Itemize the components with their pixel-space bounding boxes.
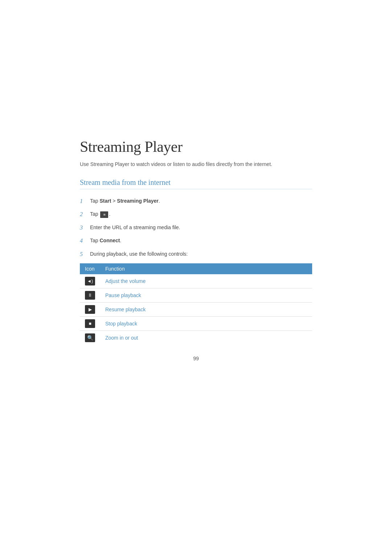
table-row: ▶ Resume playback	[80, 302, 312, 316]
table-row: 🔍 Zoom in or out	[80, 331, 312, 345]
function-cell-play: Resume playback	[100, 302, 312, 316]
step1-streaming-player: Streaming Player	[117, 198, 158, 204]
step-text-4: Tap Connect.	[90, 237, 121, 244]
step-number-5: 5	[80, 250, 88, 258]
step-number-1: 1	[80, 197, 88, 205]
step4-connect: Connect	[99, 238, 120, 243]
step-number-2: 2	[80, 210, 88, 218]
icon-cell-stop: ■	[80, 316, 100, 331]
table-row: II Pause playback	[80, 288, 312, 302]
function-cell-stop: Stop playback	[100, 316, 312, 331]
page-number: 99	[80, 356, 312, 361]
table-header-function: Function	[100, 263, 312, 274]
table-header-row: Icon Function	[80, 263, 312, 274]
steps-list: 1 Tap Start > Streaming Player. 2 Tap ≡.…	[80, 197, 312, 258]
step1-start: Start	[99, 198, 111, 204]
play-icon: ▶	[85, 305, 95, 314]
icon-cell-zoom: 🔍	[80, 331, 100, 345]
icon-cell-volume: ◄)	[80, 274, 100, 288]
stop-icon: ■	[85, 319, 95, 328]
step-text-3: Enter the URL of a streaming media file.	[90, 224, 180, 231]
function-cell-volume: Adjust the volume	[100, 274, 312, 288]
step2-icon: ≡	[100, 211, 108, 218]
table-row: ■ Stop playback	[80, 316, 312, 331]
function-cell-pause: Pause playback	[100, 288, 312, 302]
step-number-3: 3	[80, 224, 88, 232]
step-4: 4 Tap Connect.	[80, 237, 312, 245]
step-text-2: Tap ≡.	[90, 210, 110, 218]
step-text-5: During playback, use the following contr…	[90, 250, 188, 258]
step-text-1: Tap Start > Streaming Player.	[90, 197, 160, 205]
page-title: Streaming Player	[80, 138, 312, 155]
table-body: ◄) Adjust the volume II Pause playback ▶…	[80, 274, 312, 345]
zoom-icon: 🔍	[85, 333, 95, 342]
function-cell-zoom: Zoom in or out	[100, 331, 312, 345]
volume-icon: ◄)	[85, 277, 95, 285]
icon-cell-play: ▶	[80, 302, 100, 316]
section-heading: Stream media from the internet	[80, 178, 312, 189]
pause-icon: II	[85, 291, 95, 300]
table-header-icon: Icon	[80, 263, 100, 274]
page-container: Streaming Player Use Streaming Player to…	[0, 0, 392, 555]
page-description: Use Streaming Player to watch videos or …	[80, 161, 312, 168]
table-row: ◄) Adjust the volume	[80, 274, 312, 288]
controls-table: Icon Function ◄) Adjust the volume II Pa…	[80, 263, 312, 345]
step-3: 3 Enter the URL of a streaming media fil…	[80, 224, 312, 232]
step-5: 5 During playback, use the following con…	[80, 250, 312, 258]
step-2: 2 Tap ≡.	[80, 210, 312, 218]
step-number-4: 4	[80, 237, 88, 245]
icon-cell-pause: II	[80, 288, 100, 302]
step-1: 1 Tap Start > Streaming Player.	[80, 197, 312, 205]
content-area: Streaming Player Use Streaming Player to…	[80, 138, 312, 361]
